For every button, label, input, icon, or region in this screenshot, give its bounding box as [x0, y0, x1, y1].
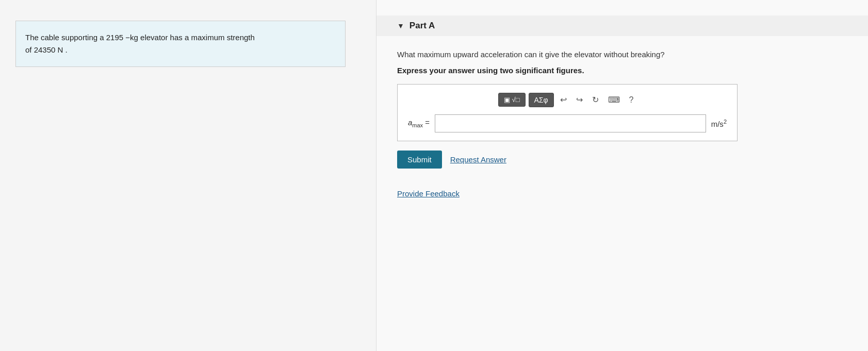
- math-toolbar: ▣ √□ ΑΣφ ↩ ↪ ↻ ⌨ ?: [408, 93, 727, 107]
- input-row: amax = m/s2: [408, 114, 727, 132]
- matrix-icon: ▣: [504, 96, 510, 104]
- submit-button[interactable]: Submit: [397, 151, 442, 169]
- button-row: Submit Request Answer: [397, 151, 847, 169]
- help-icon: ?: [629, 95, 634, 104]
- part-header: ▼ Part A: [376, 15, 868, 36]
- request-answer-button[interactable]: Request Answer: [450, 155, 506, 164]
- keyboard-icon: ⌨: [608, 95, 620, 104]
- refresh-button[interactable]: ↻: [589, 93, 602, 107]
- question-text: What maximum upward acceleration can it …: [397, 49, 847, 61]
- right-panel: ▼ Part A What maximum upward acceleratio…: [376, 0, 868, 351]
- sig-figs-text: Express your answer using two significan…: [397, 66, 847, 75]
- left-panel: The cable supporting a 2195 −kg elevator…: [0, 0, 376, 351]
- problem-text: The cable supporting a 2195 −kg elevator…: [25, 33, 255, 54]
- unit-label: m/s2: [711, 119, 727, 128]
- radical-icon: √□: [512, 96, 520, 104]
- answer-area: ▣ √□ ΑΣφ ↩ ↪ ↻ ⌨ ? ama: [397, 84, 738, 141]
- answer-input[interactable]: [435, 114, 706, 132]
- matrix-button[interactable]: ▣ √□: [498, 93, 526, 107]
- collapse-chevron-icon[interactable]: ▼: [397, 22, 404, 30]
- symbols-label: ΑΣφ: [534, 96, 548, 104]
- problem-statement: The cable supporting a 2195 −kg elevator…: [15, 21, 346, 67]
- undo-icon: ↩: [560, 95, 567, 104]
- redo-icon: ↪: [576, 95, 583, 104]
- help-button[interactable]: ?: [626, 93, 637, 107]
- variable-label: amax =: [408, 118, 430, 128]
- undo-button[interactable]: ↩: [557, 93, 570, 107]
- redo-button[interactable]: ↪: [573, 93, 586, 107]
- provide-feedback-button[interactable]: Provide Feedback: [397, 189, 460, 198]
- symbols-button[interactable]: ΑΣφ: [529, 93, 554, 107]
- part-title: Part A: [410, 21, 435, 31]
- keyboard-button[interactable]: ⌨: [605, 93, 623, 107]
- refresh-icon: ↻: [592, 95, 599, 104]
